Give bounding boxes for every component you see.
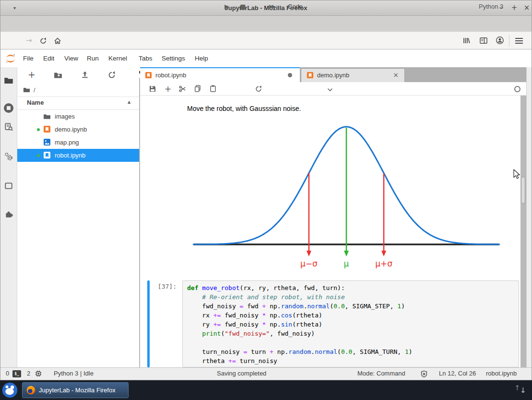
taskbar-window-title: JupyterLab - Mozilla Firefox — [39, 383, 116, 398]
sidebar-tab-property-inspector-icon[interactable] — [4, 152, 13, 161]
code-cell-editor[interactable]: def move_robot(rx, ry, rtheta, fwd, turn… — [182, 280, 519, 367]
gaussian-distribution-figure: μ−σμμ+σ — [193, 121, 500, 270]
copy-cells-icon[interactable] — [194, 85, 201, 93]
tab-title: demo.ipynb — [317, 68, 349, 82]
right-sidebar-strip — [526, 67, 532, 367]
kernel-name-label[interactable]: Python 3 — [479, 0, 503, 13]
restart-kernel-icon[interactable] — [255, 85, 262, 93]
code-line — [187, 338, 519, 347]
browser-tab-bar: about:sessionrestore × JupyterLab × + — [0, 16, 532, 32]
sidebar-tab-extension-manager-icon[interactable] — [4, 210, 13, 218]
notebook-icon — [43, 151, 51, 159]
network-down-icon[interactable]: ↓ — [520, 386, 526, 395]
breadcrumb[interactable]: / — [34, 86, 35, 94]
menu-file[interactable]: File — [22, 49, 35, 67]
trust-shield-icon[interactable] — [420, 370, 428, 378]
file-name: demo.ipynb — [55, 123, 87, 136]
sidebars-icon[interactable] — [479, 36, 488, 45]
file-list-header-name[interactable]: Name — [27, 99, 44, 106]
menu-hamburger-icon[interactable] — [515, 36, 523, 45]
menu-kernel[interactable]: Kernel — [107, 49, 128, 67]
tab-robot-ipynb[interactable]: robot.ipynb — [140, 67, 300, 82]
notebook-scrollbar-thumb[interactable] — [521, 177, 525, 204]
tab-close-icon[interactable]: × — [393, 68, 399, 82]
chart-annotation-label: μ+σ — [375, 259, 392, 268]
breadcrumb-home-icon[interactable] — [23, 86, 30, 94]
network-up-icon[interactable]: ↑ — [514, 384, 520, 392]
code-line: turn_noisy = turn + np.random.normal(0.0… — [187, 347, 519, 356]
taskbar-window-button[interactable]: JupyterLab - Mozilla Firefox — [22, 382, 129, 398]
active-cell-indicator[interactable] — [147, 280, 150, 367]
file-row-robot-ipynb-selected[interactable]: robot.ipynb — [17, 149, 139, 162]
file-row-map-png[interactable]: map.png — [17, 136, 139, 149]
cursor-position-label[interactable]: Ln 12, Col 26 — [439, 367, 476, 380]
terminal-icon[interactable]: $_ — [12, 370, 21, 377]
refresh-file-browser-icon[interactable] — [107, 71, 116, 79]
code-line: def move_robot(rx, ry, rtheta, fwd, turn… — [187, 283, 519, 292]
stop-kernel-icon[interactable]: ■ — [240, 0, 246, 13]
cell-type-select[interactable]: Code — [288, 0, 303, 13]
chevron-down-icon[interactable] — [327, 88, 333, 92]
file-row-demo-ipynb[interactable]: demo.ipynb — [17, 123, 139, 136]
insert-cell-icon[interactable]: + — [165, 82, 171, 96]
sidebar-tab-open-tabs-icon[interactable] — [4, 182, 13, 190]
kernel-chip-icon[interactable] — [35, 370, 42, 377]
notebook-content[interactable]: Move the robot, with Gausssian noise. μ−… — [140, 96, 520, 367]
run-all-icon[interactable]: ▶▶ — [269, 0, 274, 13]
sidebar-tab-running-sessions-icon[interactable] — [4, 103, 13, 113]
kernel-status-label[interactable]: Python 3 | Idle — [54, 367, 94, 380]
sidebar-tab-command-palette-icon[interactable] — [4, 122, 13, 131]
status-message: Saving completed — [217, 367, 266, 380]
run-cell-icon[interactable]: ▶ — [225, 0, 229, 13]
annotation-arrowhead — [381, 251, 386, 256]
file-name: images — [55, 110, 75, 123]
new-launcher-button[interactable]: + — [28, 69, 35, 80]
kernel-running-dot — [37, 128, 40, 131]
tab-demo-ipynb[interactable]: demo.ipynb × — [301, 68, 405, 82]
applications-menu-icon[interactable] — [1, 382, 18, 399]
upload-icon[interactable] — [81, 71, 89, 79]
firefox-icon — [26, 386, 35, 395]
file-name: robot.ipynb — [55, 149, 85, 162]
chart-annotation-label: μ−σ — [300, 259, 318, 268]
window-titlebar: ▾ JupyterLab - Mozilla Firefox – + × — [0, 0, 532, 16]
library-icon[interactable] — [462, 36, 471, 45]
unsaved-changes-dot[interactable] — [288, 73, 292, 77]
home-icon[interactable] — [54, 37, 61, 45]
sort-arrow-icon[interactable]: ▲ — [128, 100, 130, 104]
menu-view[interactable]: View — [63, 49, 79, 67]
code-line: print("fwd_noisy=", fwd_noisy) — [187, 329, 519, 338]
chart-annotation-label: μ — [344, 259, 349, 268]
paste-cells-icon[interactable] — [209, 85, 217, 93]
sidebar-tab-file-browser-icon[interactable] — [4, 76, 13, 85]
menu-settings[interactable]: Settings — [161, 49, 186, 67]
kernel-status-icon[interactable] — [514, 86, 520, 92]
kernel-count[interactable]: 2 — [27, 367, 30, 380]
menu-run[interactable]: Run — [86, 49, 100, 67]
file-row-images[interactable]: images — [17, 110, 139, 123]
code-line: # Re-orient and step robot, with noise — [187, 292, 519, 302]
tab-title: robot.ipynb — [155, 68, 186, 82]
image-file-icon — [43, 138, 51, 146]
jupyterlab-menubar — [0, 49, 532, 67]
menu-help[interactable]: Help — [194, 49, 209, 67]
code-line: fwd_noisy = fwd + np.random.normal(0.0, … — [187, 302, 519, 311]
reload-icon[interactable] — [39, 37, 47, 45]
window-title: JupyterLab - Mozilla Firefox — [0, 0, 532, 16]
annotation-arrowhead — [307, 251, 311, 256]
notebook-icon — [145, 72, 152, 79]
code-line: ry += fwd_noisy * np.sin(rtheta) — [187, 320, 519, 329]
menu-edit[interactable]: Edit — [42, 49, 55, 67]
command-mode-label[interactable]: Mode: Command — [357, 367, 405, 380]
close-window-button[interactable]: × — [522, 0, 532, 16]
new-folder-icon[interactable] — [54, 71, 62, 80]
maximize-button[interactable]: + — [509, 0, 519, 16]
menu-tabs[interactable]: Tabs — [138, 49, 154, 67]
save-icon[interactable] — [149, 85, 156, 93]
cut-cells-icon[interactable] — [178, 85, 187, 93]
terminal-count[interactable]: 0 — [6, 367, 9, 380]
file-name: map.png — [55, 136, 79, 149]
jupyterlab-logo-icon — [5, 53, 16, 64]
forward-button[interactable]: → — [26, 32, 32, 49]
account-icon[interactable] — [496, 36, 504, 45]
